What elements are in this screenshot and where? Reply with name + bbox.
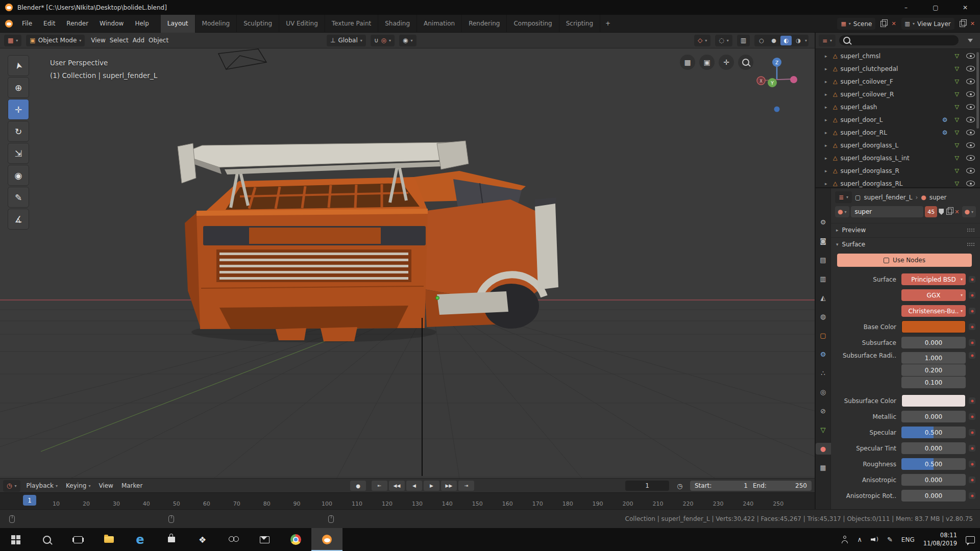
workspace-tab-layout[interactable]: Layout (161, 15, 195, 33)
volume-icon[interactable] (871, 536, 878, 543)
properties-tab-object-data[interactable]: ▽ (816, 424, 831, 436)
value-slider[interactable]: 0.000 (901, 442, 966, 454)
properties-tab-output[interactable]: ▤ (816, 254, 831, 266)
workspace-tab-shading[interactable]: Shading (378, 15, 417, 33)
properties-tab-tool[interactable]: ⚙ (816, 216, 831, 228)
play-reverse-button[interactable]: ◀ (406, 481, 422, 491)
timeline-menu-keying[interactable]: Keying▾ (66, 482, 90, 489)
language-indicator[interactable]: ENG (901, 536, 915, 543)
shading-wireframe-button[interactable]: ○ (756, 36, 767, 45)
menu-window[interactable]: Window (95, 15, 128, 32)
outliner-item[interactable]: ▸△superl_clutchpedal▽ (816, 62, 980, 75)
animate-dot[interactable] (969, 292, 975, 298)
taskbar-search-button[interactable] (31, 528, 62, 551)
blender-taskbar-button[interactable] (311, 528, 342, 551)
auto-keying-clock-icon[interactable]: ◷ (674, 481, 686, 491)
notification-center-icon[interactable] (966, 536, 975, 543)
value-slider[interactable]: 0.500 (901, 427, 966, 438)
snap-toggle[interactable]: ∪ ◎ ▾ (371, 35, 395, 46)
task-view-button[interactable] (62, 528, 93, 551)
hide-toggle-eye-icon[interactable] (966, 130, 975, 135)
camera-view-icon[interactable]: ▣ (699, 55, 715, 70)
move-tool[interactable]: ✛ (8, 99, 29, 120)
frame-end-field[interactable]: End: 250 (748, 481, 812, 491)
outliner-item[interactable]: ▸△superl_dash▽ (816, 101, 980, 113)
frame-start-field[interactable]: Start: 1 (690, 481, 752, 491)
zoom-icon[interactable] (738, 55, 753, 70)
blender-logo-icon[interactable] (5, 3, 13, 12)
outliner-item[interactable]: ▸△superl_doorglass_L_int▽ (816, 152, 980, 164)
navigation-gizmo[interactable]: Z X Y (754, 57, 800, 118)
gizmo-neg-z-axis[interactable] (774, 107, 780, 112)
start-button[interactable] (0, 528, 31, 551)
viewport-menu-view[interactable]: View (89, 37, 107, 44)
outliner-item[interactable]: ▸△superl_coilover_R▽ (816, 88, 980, 101)
workspace-tab-texture-paint[interactable]: Texture Paint (325, 15, 378, 33)
animate-dot[interactable] (969, 492, 975, 499)
animate-dot[interactable] (969, 461, 975, 467)
workspace-tab-uv-editing[interactable]: UV Editing (279, 15, 325, 33)
hide-toggle-eye-icon[interactable] (966, 168, 975, 173)
add-workspace-button[interactable]: + (600, 15, 616, 32)
disclosure-icon[interactable]: ▸ (825, 117, 830, 122)
app-circles-button[interactable] (218, 528, 249, 551)
viewport-menu-add[interactable]: Add (131, 37, 146, 44)
cursor-tool[interactable]: ⊕ (8, 77, 29, 98)
hide-toggle-eye-icon[interactable] (966, 53, 975, 59)
play-button[interactable]: ▶ (424, 481, 439, 491)
disclosure-icon[interactable]: ▸ (825, 92, 830, 97)
properties-tab-world[interactable]: ◍ (816, 311, 831, 322)
jump-end-button[interactable]: ⇥ (458, 481, 474, 491)
animate-dot[interactable] (969, 429, 975, 436)
grid-toggle-icon[interactable]: ▦ (680, 55, 695, 70)
hide-toggle-eye-icon[interactable] (966, 66, 975, 71)
hide-toggle-eye-icon[interactable] (966, 181, 975, 186)
outliner-scrollbar[interactable] (976, 52, 979, 129)
minimize-button[interactable]: – (891, 0, 921, 15)
outliner-item[interactable]: ▸△superl_doorglass_RL▽ (816, 177, 980, 187)
editor-type-button[interactable]: ▦ ▾ (4, 35, 21, 46)
prev-keyframe-button[interactable]: ◀◀ (389, 481, 405, 491)
color-swatch[interactable] (901, 320, 966, 333)
timeline-menu-playback[interactable]: Playback▾ (27, 482, 58, 489)
animate-dot[interactable] (969, 397, 975, 404)
shading-rendered-button[interactable]: ◑ (793, 36, 804, 45)
disclosure-icon[interactable]: ▸ (825, 79, 830, 84)
breadcrumb-material[interactable]: super (929, 194, 947, 201)
hide-toggle-eye-icon[interactable] (966, 155, 975, 161)
car-model[interactable] (178, 141, 558, 341)
new-scene-icon[interactable] (880, 21, 886, 27)
hide-toggle-eye-icon[interactable] (966, 91, 975, 97)
shading-solid-button[interactable]: ● (768, 36, 779, 45)
workspace-tab-sculpting[interactable]: Sculpting (237, 15, 279, 33)
disclosure-icon[interactable]: ▸ (825, 168, 830, 173)
hide-toggle-eye-icon[interactable] (966, 117, 975, 122)
value-slider[interactable]: 0.000 (901, 411, 966, 422)
properties-tab-render[interactable]: ◙ (816, 235, 831, 247)
outliner-item[interactable]: ▸△superl_coilover_F▽ (816, 75, 980, 88)
xray-toggle[interactable]: ▥ (737, 35, 750, 46)
select-box-tool[interactable]: ➤ (8, 55, 29, 76)
view-layer-selector[interactable]: ▥ ▾ View Layer (901, 18, 954, 30)
menu-file[interactable]: File (17, 15, 37, 32)
camera-object[interactable] (218, 49, 266, 69)
unlink-material-icon[interactable]: ✕ (953, 209, 960, 215)
outliner-item[interactable]: ▸△superl_chmsl▽ (816, 49, 980, 62)
maximize-button[interactable]: ▢ (921, 0, 950, 15)
next-keyframe-button[interactable]: ▶▶ (441, 481, 457, 491)
workspace-tab-modeling[interactable]: Modeling (195, 15, 237, 33)
proportional-edit-dropdown[interactable]: ◉ ▾ (399, 35, 416, 46)
material-preview-dropdown[interactable]: ● ▾ (835, 206, 849, 217)
workspace-tab-animation[interactable]: Animation (417, 15, 462, 33)
hide-toggle-eye-icon[interactable] (966, 142, 975, 148)
viewport-menu-select[interactable]: Select (108, 37, 130, 44)
disclosure-icon[interactable]: ▸ (825, 54, 830, 59)
tray-clock[interactable]: 08:11 11/08/2019 (923, 532, 957, 547)
pen-icon[interactable]: ✎ (887, 536, 893, 543)
disclosure-icon[interactable]: ▸ (825, 130, 830, 135)
people-icon[interactable] (841, 536, 848, 543)
chrome-button[interactable] (280, 528, 311, 551)
show-gizmo-dropdown[interactable]: ◇ ▾ (694, 35, 710, 46)
playhead[interactable]: 1 (23, 495, 36, 506)
workspace-tab-rendering[interactable]: Rendering (462, 15, 507, 33)
